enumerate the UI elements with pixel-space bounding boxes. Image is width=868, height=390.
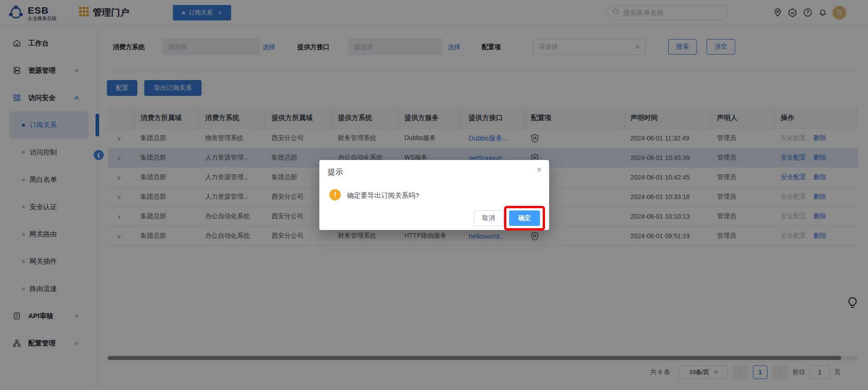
confirm-export-dialog: 提示 × ! 确定要导出订阅关系吗? 取消 确定 <box>319 160 549 230</box>
dialog-confirm-button[interactable]: 确定 <box>509 210 540 226</box>
dialog-message: 确定要导出订阅关系吗? <box>347 191 419 200</box>
warning-icon: ! <box>329 189 341 200</box>
dialog-cancel-button[interactable]: 取消 <box>474 210 504 226</box>
dialog-close-icon[interactable]: × <box>536 165 542 175</box>
dialog-title: 提示 <box>328 167 343 177</box>
app-root: ESB 企业服务总线 管理门户 订阅关系 × <box>0 0 868 390</box>
